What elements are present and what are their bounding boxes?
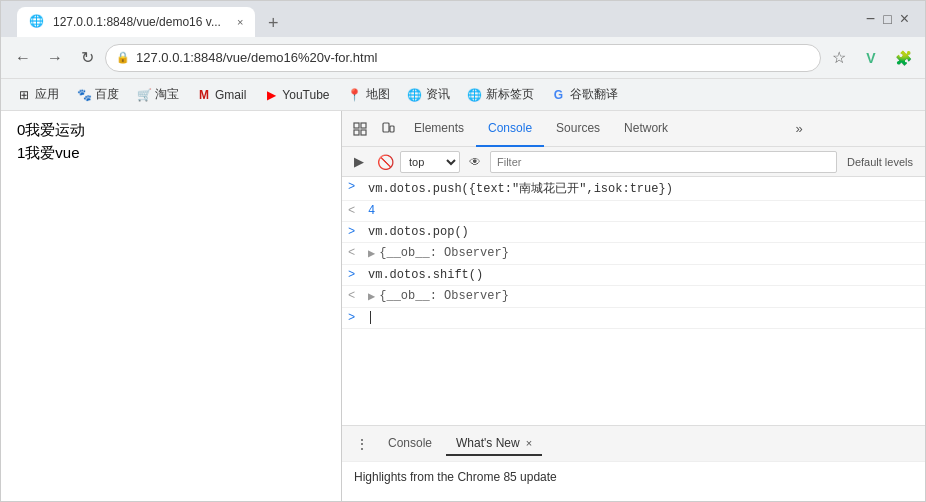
bookmark-baidu[interactable]: 🐾 百度 xyxy=(69,83,127,106)
vue-devtools-button[interactable]: V xyxy=(857,44,885,72)
devtools-panel: Elements Console Sources Network » ▶ 🚫 xyxy=(341,111,925,501)
taobao-icon: 🛒 xyxy=(137,88,151,102)
newtab-icon: 🌐 xyxy=(468,88,482,102)
browser-window: 🌐 127.0.0.1:8848/vue/demo16 v... × + − □… xyxy=(0,0,926,502)
expand-arrow-5[interactable]: ▶ xyxy=(368,289,375,304)
back-button[interactable]: ← xyxy=(9,44,37,72)
bookmark-apps[interactable]: ⊞ 应用 xyxy=(9,83,67,106)
console-execute-button[interactable]: ▶ xyxy=(348,151,370,173)
console-line-5: < ▶ {__ob__: Observer} xyxy=(342,286,925,308)
main-area: 0我爱运动 1我爱vue xyxy=(1,111,925,501)
bookmark-news[interactable]: 🌐 资讯 xyxy=(400,83,458,106)
tab-sources[interactable]: Sources xyxy=(544,111,612,147)
console-toolbar: ▶ 🚫 top 👁 Default levels xyxy=(342,147,925,177)
console-text-1: 4 xyxy=(368,204,919,218)
console-line-1: < 4 xyxy=(342,201,925,222)
devtools-inspect-button[interactable] xyxy=(346,115,374,143)
close-button[interactable]: × xyxy=(900,10,909,28)
navigation-bar: ← → ↻ 🔒 127.0.0.1:8848/vue/demo16%20v-fo… xyxy=(1,37,925,79)
context-selector[interactable]: top xyxy=(400,151,460,173)
svg-rect-5 xyxy=(390,126,394,132)
default-levels-label: Default levels xyxy=(841,156,919,168)
console-text-5: {__ob__: Observer} xyxy=(379,289,919,303)
bottom-menu-button[interactable]: ⋮ xyxy=(350,432,374,456)
bookmark-gmail[interactable]: M Gmail xyxy=(189,85,254,105)
page-content: 0我爱运动 1我爱vue xyxy=(1,111,341,501)
extensions-button[interactable]: 🧩 xyxy=(889,44,917,72)
maximize-button[interactable]: □ xyxy=(883,11,891,27)
title-bar: 🌐 127.0.0.1:8848/vue/demo16 v... × + − □… xyxy=(1,1,925,37)
bottom-tab-whats-new[interactable]: What's New × xyxy=(446,432,542,456)
apps-icon: ⊞ xyxy=(17,88,31,102)
tab-elements[interactable]: Elements xyxy=(402,111,476,147)
bookmark-news-label: 资讯 xyxy=(426,86,450,103)
devtools-device-button[interactable] xyxy=(374,115,402,143)
page-text-1: 1我爱vue xyxy=(17,144,80,161)
svg-rect-4 xyxy=(383,123,389,132)
devtools-more-tabs[interactable]: » xyxy=(787,121,810,136)
console-input-line[interactable]: > xyxy=(342,308,925,329)
bookmark-taobao[interactable]: 🛒 淘宝 xyxy=(129,83,187,106)
svg-rect-0 xyxy=(354,123,359,128)
forward-button[interactable]: → xyxy=(41,44,69,72)
bookmark-star-button[interactable]: ☆ xyxy=(825,44,853,72)
bookmark-newtab[interactable]: 🌐 新标签页 xyxy=(460,83,542,106)
console-prompt-5: < xyxy=(348,289,362,303)
console-line-0: > vm.dotos.push({text:"南城花已开",isok:true}… xyxy=(342,177,925,201)
bookmark-taobao-label: 淘宝 xyxy=(155,86,179,103)
console-prompt-2: > xyxy=(348,225,362,239)
svg-rect-2 xyxy=(354,130,359,135)
bottom-tab-console[interactable]: Console xyxy=(378,432,442,456)
console-line-4: > vm.dotos.shift() xyxy=(342,265,925,286)
console-text-0: vm.dotos.push({text:"南城花已开",isok:true}) xyxy=(368,180,919,197)
console-clear-button[interactable]: 🚫 xyxy=(374,151,396,173)
expand-arrow-3[interactable]: ▶ xyxy=(368,246,375,261)
bookmark-maps[interactable]: 📍 地图 xyxy=(340,83,398,106)
url-text: 127.0.0.1:8848/vue/demo16%20v-for.html xyxy=(136,50,810,65)
bookmark-youtube-label: YouTube xyxy=(282,88,329,102)
devtools-bottom-bar: ⋮ Console What's New × xyxy=(342,425,925,461)
console-line-3: < ▶ {__ob__: Observer} xyxy=(342,243,925,265)
whats-new-close-button[interactable]: × xyxy=(526,437,532,449)
console-eye-button[interactable]: 👁 xyxy=(464,151,486,173)
bookmarks-bar: ⊞ 应用 🐾 百度 🛒 淘宝 M Gmail ▶ YouTube 📍 地图 🌐 … xyxy=(1,79,925,111)
console-prompt-0: > xyxy=(348,180,362,194)
chrome-update-text: Highlights from the Chrome 85 update xyxy=(354,470,557,484)
maps-icon: 📍 xyxy=(348,88,362,102)
console-prompt-1: < xyxy=(348,204,362,218)
console-text-3: {__ob__: Observer} xyxy=(379,246,919,260)
console-filter-input[interactable] xyxy=(490,151,837,173)
console-prompt-3: < xyxy=(348,246,362,260)
console-line-2: > vm.dotos.pop() xyxy=(342,222,925,243)
new-tab-button[interactable]: + xyxy=(259,9,287,37)
bookmark-translate[interactable]: G 谷歌翻译 xyxy=(544,83,626,106)
youtube-icon: ▶ xyxy=(264,88,278,102)
console-prompt-6: > xyxy=(348,311,362,325)
page-line-0: 0我爱运动 xyxy=(17,121,325,140)
console-output[interactable]: > vm.dotos.push({text:"南城花已开",isok:true}… xyxy=(342,177,925,425)
svg-rect-1 xyxy=(361,123,366,128)
page-text-0: 0我爱运动 xyxy=(17,121,85,138)
tab-close-button[interactable]: × xyxy=(237,16,243,28)
tab-favicon: 🌐 xyxy=(29,14,45,30)
console-prompt-4: > xyxy=(348,268,362,282)
refresh-button[interactable]: ↻ xyxy=(73,44,101,72)
page-line-1: 1我爱vue xyxy=(17,144,325,163)
minimize-button[interactable]: − xyxy=(866,10,875,28)
svg-rect-3 xyxy=(361,130,366,135)
translate-icon: G xyxy=(552,88,566,102)
address-bar[interactable]: 🔒 127.0.0.1:8848/vue/demo16%20v-for.html xyxy=(105,44,821,72)
tab-console[interactable]: Console xyxy=(476,111,544,147)
bookmark-youtube[interactable]: ▶ YouTube xyxy=(256,85,337,105)
devtools-bottom-content: Highlights from the Chrome 85 update xyxy=(342,461,925,501)
bookmark-newtab-label: 新标签页 xyxy=(486,86,534,103)
tab-network[interactable]: Network xyxy=(612,111,680,147)
bookmark-translate-label: 谷歌翻译 xyxy=(570,86,618,103)
console-text-2: vm.dotos.pop() xyxy=(368,225,919,239)
console-text-4: vm.dotos.shift() xyxy=(368,268,919,282)
devtools-tabs: Elements Console Sources Network » xyxy=(342,111,925,147)
cursor-indicator xyxy=(370,311,371,324)
gmail-icon: M xyxy=(197,88,211,102)
bookmark-apps-label: 应用 xyxy=(35,86,59,103)
active-tab[interactable]: 🌐 127.0.0.1:8848/vue/demo16 v... × xyxy=(17,7,255,37)
